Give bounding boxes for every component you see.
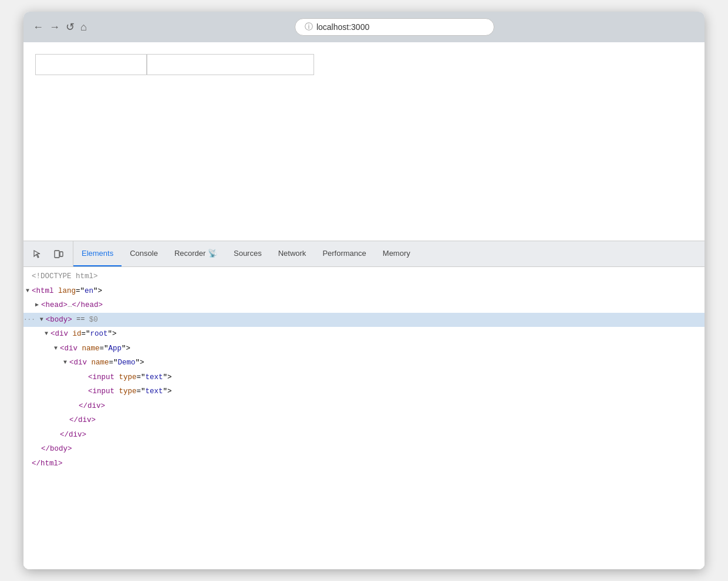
- inspect-element-button[interactable]: [28, 245, 47, 264]
- doctype-text: <!DOCTYPE html>: [32, 270, 98, 283]
- dom-line-div-root: <div id="root">: [23, 327, 705, 342]
- url-text: localhost:3000: [316, 22, 369, 32]
- triangle-body[interactable]: [38, 315, 46, 325]
- svg-rect-0: [55, 251, 59, 258]
- forward-button[interactable]: →: [49, 21, 60, 33]
- triangle-div-demo[interactable]: [61, 357, 69, 368]
- dom-line-body: ··· <body> == $0: [23, 313, 705, 327]
- dom-line-body-close: </body>: [23, 442, 705, 457]
- dom-line-input1: <input type="text">: [23, 370, 705, 385]
- tab-recorder[interactable]: Recorder 📡: [166, 241, 225, 266]
- page-content: Elements Console Recorder 📡 Sources Netw…: [23, 42, 705, 569]
- page-viewport: [23, 42, 705, 241]
- dom-line-div-demo: <div name="Demo">: [23, 356, 705, 370]
- dom-line-doctype: <!DOCTYPE html>: [23, 269, 705, 284]
- browser-toolbar: ← → ↺ ⌂ ⓘ localhost:3000: [23, 12, 705, 42]
- devtools-panel: Elements Console Recorder 📡 Sources Netw…: [23, 241, 705, 569]
- reload-button[interactable]: ↺: [66, 21, 75, 33]
- triangle-div-app[interactable]: [52, 343, 60, 354]
- dom-line-div-demo-close: </div>: [23, 399, 705, 414]
- back-button[interactable]: ←: [33, 21, 43, 33]
- triangle-head[interactable]: [33, 300, 41, 310]
- tab-sources[interactable]: Sources: [225, 241, 270, 266]
- triangle-html[interactable]: [23, 286, 32, 296]
- dom-line-html: <html lang="en">: [23, 284, 705, 299]
- triangle-div-root[interactable]: [42, 329, 50, 339]
- tab-performance[interactable]: Performance: [314, 241, 374, 266]
- demo-input-2[interactable]: [147, 54, 314, 75]
- dom-line-html-close: </html>: [23, 457, 705, 471]
- devtools-icons: [23, 241, 73, 266]
- tab-elements[interactable]: Elements: [73, 241, 122, 266]
- devtools-content[interactable]: <!DOCTYPE html> <html lang="en"> <head>……: [23, 267, 705, 569]
- demo-inputs: [35, 54, 693, 75]
- tab-memory[interactable]: Memory: [375, 241, 419, 266]
- browser-window: ← → ↺ ⌂ ⓘ localhost:3000: [23, 12, 705, 569]
- address-bar[interactable]: ⓘ localhost:3000: [295, 18, 494, 36]
- svg-rect-1: [60, 252, 63, 256]
- dom-line-head: <head>…</head>: [23, 298, 705, 313]
- home-button[interactable]: ⌂: [80, 21, 87, 33]
- devtools-tabs: Elements Console Recorder 📡 Sources Netw…: [23, 241, 705, 267]
- recorder-label: Recorder 📡: [174, 249, 217, 258]
- nav-buttons: ← → ↺ ⌂: [33, 21, 87, 33]
- dom-line-input2: <input type="text">: [23, 384, 705, 399]
- dom-line-div-app-close: </div>: [23, 413, 705, 428]
- dom-line-div-app: <div name="App">: [23, 342, 705, 356]
- address-bar-container: ⓘ localhost:3000: [94, 18, 695, 36]
- tab-console[interactable]: Console: [122, 241, 166, 266]
- device-toolbar-button[interactable]: [49, 245, 68, 264]
- body-dots: ···: [23, 314, 35, 326]
- info-icon: ⓘ: [305, 22, 313, 32]
- tab-network[interactable]: Network: [270, 241, 315, 266]
- demo-input-1[interactable]: [35, 54, 147, 75]
- dom-line-div-root-close: </div>: [23, 428, 705, 442]
